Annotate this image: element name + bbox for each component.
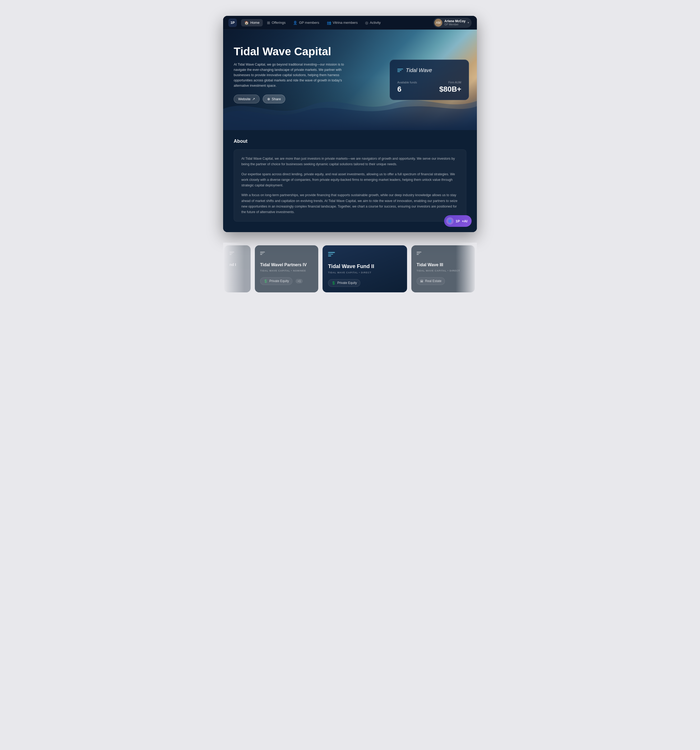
available-funds-stat: Available funds 6 xyxy=(397,81,429,94)
about-paragraph-1: At Tidal Wave Capital, we are more than … xyxy=(241,156,459,168)
firm-aum-value: $80B+ xyxy=(429,85,461,94)
nav-item-vitrina-members[interactable]: 👥 Vitrina members xyxy=(324,19,361,26)
home-icon: 🏠 xyxy=(244,21,249,25)
card-partial-left: nd I xyxy=(224,245,250,292)
share-icon: ⊕ xyxy=(267,97,270,101)
card-tidal-wave-iii[interactable]: Tidal Wave III TIDAL WAVE CAPITAL • DIRE… xyxy=(411,245,475,292)
user-name: Arlene McCoy xyxy=(444,19,465,23)
card-subtitle-partners-iv: TIDAL WAVE CAPITAL • NOMINEE xyxy=(260,269,313,272)
available-funds-value: 6 xyxy=(397,85,429,94)
ai-assistant-button[interactable]: 🌀 1P +AI xyxy=(444,215,472,227)
card-logo-fund-ii xyxy=(328,252,402,257)
navigation: 1P 🏠 Home ⊞ Offerings 👤 GP members 👥 Vit… xyxy=(223,16,477,29)
card-logo-partial-left xyxy=(229,252,245,255)
ai-suffix: +AI xyxy=(462,219,467,223)
nav-item-activity[interactable]: ◎ Activity xyxy=(362,19,384,26)
fund-card-logo: Tidal Wave xyxy=(397,68,461,74)
about-card: At Tidal Wave Capital, we are more than … xyxy=(234,149,466,221)
ai-logo: 🌀 xyxy=(448,220,452,223)
fund-card-stats: Available funds 6 Firm AUM $80B+ xyxy=(397,81,461,94)
firm-aum-stat: Firm AUM $80B+ xyxy=(429,81,461,94)
website-label: Website xyxy=(238,97,250,101)
hero-title: Tidal Wave Capital xyxy=(234,46,366,58)
cards-track: nd I Tidal Wavel Partners IV TIDAL WAVE … xyxy=(223,243,477,298)
hero-description: At Tidal Wave Capital, we go beyond trad… xyxy=(234,62,350,88)
card-tag-fund-ii: 💲 Private Equity xyxy=(328,279,360,287)
nav-label-activity: Activity xyxy=(370,21,381,25)
card-tidal-wave-fund-ii[interactable]: Tidal Wave Fund II TIDAL WAVE CAPITAL • … xyxy=(322,245,407,292)
card-title-wave-iii: Tidal Wave III xyxy=(417,262,470,268)
card-tidal-wave-partners-iv[interactable]: Tidal Wavel Partners IV TIDAL WAVE CAPIT… xyxy=(255,245,318,292)
nav-item-gp-members[interactable]: 👤 GP members xyxy=(290,19,322,26)
gp-members-icon: 👤 xyxy=(293,21,298,25)
card-tag-partners-iv: 💲 Private Equity xyxy=(260,277,292,285)
nav-item-home[interactable]: 🏠 Home xyxy=(241,19,263,26)
card-tag-label-fund-ii: Private Equity xyxy=(337,281,357,285)
hero-fund-card: Tidal Wave Available funds 6 Firm AUM $8… xyxy=(390,60,469,100)
cards-scroll[interactable]: nd I Tidal Wavel Partners IV TIDAL WAVE … xyxy=(223,243,477,298)
plus-badge-label: +1 xyxy=(298,280,301,283)
card-tag-label-wave-iii: Real Estate xyxy=(425,279,442,283)
nav-label-home: Home xyxy=(250,21,259,25)
activity-icon: ◎ xyxy=(365,21,368,25)
user-info: Arlene McCoy GP Member xyxy=(444,19,465,26)
hero-section: Tidal Wave Capital At Tidal Wave Capital… xyxy=(223,29,477,130)
offerings-icon: ⊞ xyxy=(267,21,270,25)
fund-card-name: Tidal Wave xyxy=(406,68,432,74)
external-link-icon: ↗ xyxy=(252,97,255,101)
chevron-down-icon: ▾ xyxy=(468,21,469,24)
share-button[interactable]: ⊕ Share xyxy=(263,95,286,103)
share-label: Share xyxy=(272,97,281,101)
card-tag-label-partners-iv: Private Equity xyxy=(269,279,289,283)
user-role: GP Member xyxy=(444,23,465,26)
nav-label-vitrina-members: Vitrina members xyxy=(333,21,358,25)
hero-content: Tidal Wave Capital At Tidal Wave Capital… xyxy=(223,29,376,111)
private-equity-icon-2: 💲 xyxy=(332,281,336,285)
card-subtitle-fund-ii: TIDAL WAVE CAPITAL • DIRECT xyxy=(328,271,402,274)
available-funds-label: Available funds xyxy=(397,81,429,84)
tidal-wave-logo-icon xyxy=(397,69,403,72)
about-paragraph-3: With a focus on long-term partnerships, … xyxy=(241,192,459,215)
ai-label: 1P xyxy=(456,219,460,223)
user-avatar: AM xyxy=(434,19,442,27)
app-window: 1P 🏠 Home ⊞ Offerings 👤 GP members 👥 Vit… xyxy=(223,16,477,232)
card-logo-partners-iv xyxy=(260,252,313,255)
card-title-fund-ii: Tidal Wave Fund II xyxy=(328,263,402,270)
vitrina-members-icon: 👥 xyxy=(327,21,331,25)
cards-wrapper: nd I Tidal Wavel Partners IV TIDAL WAVE … xyxy=(223,243,477,298)
real-estate-icon: 🏛 xyxy=(420,279,424,283)
website-button[interactable]: Website ↗ xyxy=(234,95,259,103)
card-title-partial-left: nd I xyxy=(229,262,245,267)
ai-avatar: 🌀 xyxy=(446,217,454,225)
about-section: About At Tidal Wave Capital, we are more… xyxy=(223,130,477,232)
about-title: About xyxy=(234,138,466,144)
firm-aum-label: Firm AUM xyxy=(429,81,461,84)
nav-label-offerings: Offerings xyxy=(272,21,286,25)
hero-buttons: Website ↗ ⊕ Share xyxy=(234,95,366,103)
app-logo[interactable]: 1P xyxy=(229,18,237,27)
user-profile-button[interactable]: AM Arlene McCoy GP Member ▾ xyxy=(433,18,471,28)
about-paragraph-2: Our expertise spans across direct lendin… xyxy=(241,172,459,189)
card-title-partners-iv: Tidal Wavel Partners IV xyxy=(260,262,313,268)
nav-label-gp-members: GP members xyxy=(299,21,319,25)
card-plus-badge: +1 xyxy=(296,279,303,283)
card-logo-wave-iii xyxy=(417,252,470,255)
card-tag-wave-iii: 🏛 Real Estate xyxy=(417,277,445,285)
private-equity-icon-1: 💲 xyxy=(264,279,268,283)
nav-item-offerings[interactable]: ⊞ Offerings xyxy=(264,19,289,26)
card-subtitle-wave-iii: TIDAL WAVE CAPITAL • DIRECT xyxy=(417,269,470,272)
